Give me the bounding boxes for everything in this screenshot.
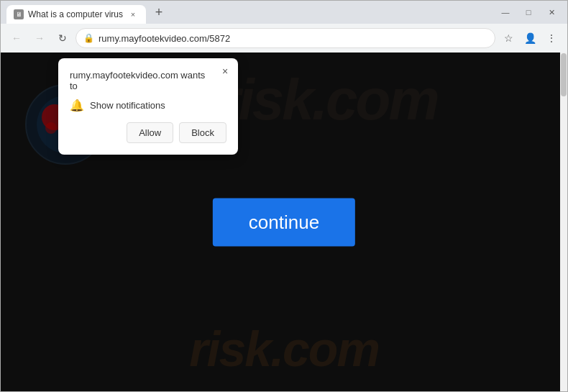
notification-row: 🔔 Show notifications [70,99,226,112]
account-icon[interactable]: 👤 [520,28,540,48]
address-bar: ← → ↻ 🔒 rumy.mayfootekvideo.com/5872 ☆ 👤… [1,24,567,53]
scrollbar[interactable] [560,53,567,391]
top-watermark: risk.com [218,67,437,133]
close-button[interactable]: ✕ [541,5,562,19]
webpage: risk.com risk.com continue × rumy.mayfoo… [1,53,567,391]
tab-title: What is a computer virus [28,9,123,19]
bell-icon: 🔔 [70,99,84,112]
toolbar-icons: ☆ 👤 ⋮ [498,28,562,48]
back-button[interactable]: ← [6,28,27,48]
popup-close-button[interactable]: × [218,64,232,78]
url-text: rumy.mayfootekvideo.com/5872 [99,33,487,44]
browser-window: 🖥 What is a computer virus × + — □ ✕ ← →… [0,0,568,392]
tab-bar: 🖥 What is a computer virus × + [6,1,490,24]
address-bar-input[interactable]: 🔒 rumy.mayfootekvideo.com/5872 [75,28,495,48]
forward-button[interactable]: → [29,28,50,48]
svg-point-4 [45,122,57,134]
title-bar: 🖥 What is a computer virus × + — □ ✕ [1,1,567,24]
reload-button[interactable]: ↻ [52,28,73,48]
new-tab-button[interactable]: + [149,2,169,22]
continue-button[interactable]: continue [213,198,355,246]
tab-favicon: 🖥 [14,9,24,19]
bottom-watermark: risk.com [189,321,379,377]
maximize-button[interactable]: □ [518,5,539,19]
notification-popup: × rumy.mayfootekvideo.com wants to 🔔 Sho… [58,58,238,155]
popup-buttons: Allow Block [70,122,226,143]
tab-close-button[interactable]: × [127,9,139,20]
menu-icon[interactable]: ⋮ [541,28,562,48]
scrollbar-thumb[interactable] [561,53,567,96]
bookmark-icon[interactable]: ☆ [498,28,518,48]
allow-button[interactable]: Allow [127,122,173,143]
lock-icon: 🔒 [83,33,94,43]
window-controls: — □ ✕ [495,5,562,19]
minimize-button[interactable]: — [495,5,516,19]
show-notifications-label: Show notifications [90,100,165,111]
active-tab[interactable]: 🖥 What is a computer virus × [6,5,146,24]
popup-title: rumy.mayfootekvideo.com wants to [70,70,226,91]
block-button[interactable]: Block [179,122,226,143]
